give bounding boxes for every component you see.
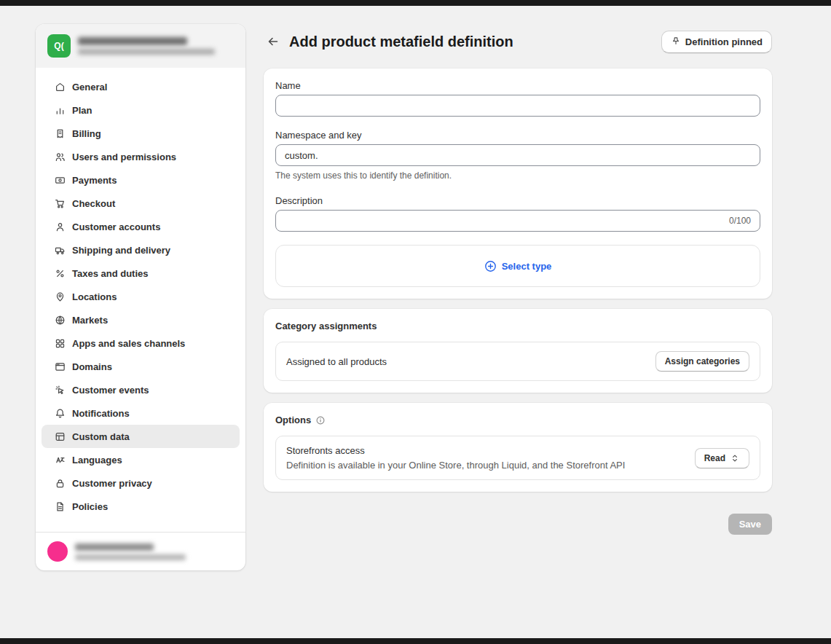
sidebar-item-shipping-and-delivery[interactable]: Shipping and delivery — [42, 238, 240, 262]
store-icon — [55, 82, 66, 93]
sidebar-item-policies[interactable]: Policies — [42, 495, 240, 518]
pushpin-icon — [671, 36, 681, 47]
bell-icon — [55, 408, 66, 419]
options-card: Options Storefronts access Definition is… — [264, 403, 772, 492]
grid-icon — [55, 338, 66, 349]
sidebar-item-customer-accounts[interactable]: Customer accounts — [42, 215, 240, 238]
namespace-help-text: The system uses this to identify the def… — [275, 170, 760, 181]
name-label: Name — [275, 80, 760, 91]
translate-icon — [55, 455, 66, 466]
sidebar-item-customer-privacy[interactable]: Customer privacy — [42, 471, 240, 495]
definition-form-card: Name Namespace and key The system uses t… — [264, 68, 772, 299]
sidebar-item-label: Domains — [72, 361, 112, 372]
page-title: Add product metafield definition — [289, 34, 661, 50]
back-button[interactable] — [264, 32, 283, 51]
sidebar-item-label: Checkout — [72, 198, 115, 209]
page-header: Add product metafield definition Definit… — [264, 31, 772, 52]
sidebar-item-label: Apps and sales channels — [72, 338, 185, 349]
browser-window-icon — [55, 361, 66, 372]
sidebar-item-label: Notifications — [72, 408, 130, 419]
cart-icon — [55, 198, 66, 209]
options-title: Options — [275, 415, 311, 425]
sidebar-item-users-and-permissions[interactable]: Users and permissions — [42, 145, 240, 168]
plan-icon — [55, 105, 66, 116]
settings-nav-list: General Plan Billing Users and permissio… — [36, 68, 245, 532]
category-assignments-card: Category assignments Assigned to all pro… — [264, 309, 772, 393]
assign-categories-button[interactable]: Assign categories — [655, 351, 749, 372]
sidebar-item-languages[interactable]: Languages — [42, 448, 240, 471]
person-icon — [55, 221, 66, 232]
definition-pinned-button[interactable]: Definition pinned — [661, 31, 772, 53]
up-down-chevrons-icon — [730, 453, 740, 463]
assigned-to-text: Assigned to all products — [286, 356, 387, 367]
select-type-button[interactable]: Select type — [275, 245, 760, 287]
main-content: Add product metafield definition Definit… — [264, 31, 772, 535]
bottom-chrome-bar — [0, 638, 831, 644]
sidebar-item-label: Shipping and delivery — [72, 245, 170, 256]
user-footer[interactable] — [36, 532, 245, 570]
payments-icon — [55, 175, 66, 186]
sidebar-item-label: Plan — [72, 105, 92, 116]
storefronts-access-description: Definition is available in your Online S… — [286, 460, 686, 471]
sidebar-item-billing[interactable]: Billing — [42, 122, 240, 145]
sidebar-item-label: Customer accounts — [72, 221, 160, 232]
sidebar-item-label: Taxes and duties — [72, 268, 149, 279]
sidebar-item-apps-and-sales-channels[interactable]: Apps and sales channels — [42, 331, 240, 355]
sidebar-item-label: Locations — [72, 291, 117, 302]
description-char-counter: 0/100 — [729, 216, 751, 226]
top-chrome-bar — [0, 0, 831, 6]
sidebar-item-general[interactable]: General — [42, 75, 240, 98]
arrow-left-icon — [267, 35, 280, 48]
save-row: Save — [264, 514, 772, 535]
save-button[interactable]: Save — [728, 514, 772, 535]
store-avatar: Q( — [47, 34, 71, 58]
sidebar-item-payments[interactable]: Payments — [42, 168, 240, 192]
store-header[interactable]: Q( — [36, 24, 245, 68]
receipt-icon — [55, 128, 66, 139]
document-icon — [55, 501, 66, 512]
custom-data-icon — [55, 431, 66, 442]
storefronts-access-select[interactable]: Read — [695, 448, 749, 468]
percent-icon — [55, 268, 66, 279]
name-input[interactable] — [275, 95, 760, 117]
sidebar-item-label: Customer events — [72, 385, 149, 396]
sidebar-item-label: Users and permissions — [72, 152, 176, 162]
plus-circle-icon — [484, 260, 497, 272]
user-avatar — [47, 541, 68, 562]
sidebar-item-locations[interactable]: Locations — [42, 285, 240, 308]
category-assignment-row: Assigned to all products Assign categori… — [275, 342, 760, 381]
select-type-label: Select type — [502, 261, 552, 272]
sidebar-item-label: General — [72, 82, 107, 93]
sidebar-item-notifications[interactable]: Notifications — [42, 401, 240, 425]
sidebar-item-taxes-and-duties[interactable]: Taxes and duties — [42, 262, 240, 285]
description-label: Description — [275, 195, 760, 206]
description-input[interactable] — [276, 211, 729, 231]
sidebar-item-label: Languages — [72, 455, 122, 466]
sidebar-item-checkout[interactable]: Checkout — [42, 192, 240, 215]
users-icon — [55, 152, 66, 162]
sidebar-item-plan[interactable]: Plan — [42, 98, 240, 122]
namespace-label: Namespace and key — [275, 130, 760, 141]
map-pin-icon — [55, 291, 66, 302]
settings-sidebar: Q( General Plan Billing Users and permis… — [36, 24, 245, 570]
info-circle-icon[interactable] — [315, 415, 326, 425]
redacted-store-url — [78, 49, 215, 55]
sidebar-item-label: Billing — [72, 128, 101, 139]
storefronts-access-row: Storefronts access Definition is availab… — [275, 436, 760, 480]
storefronts-access-value: Read — [704, 453, 725, 463]
description-field: 0/100 — [275, 210, 760, 232]
sidebar-item-domains[interactable]: Domains — [42, 355, 240, 378]
truck-icon — [55, 245, 66, 256]
sidebar-item-label: Payments — [72, 175, 117, 186]
namespace-and-key-input[interactable] — [275, 144, 760, 166]
sidebar-item-custom-data[interactable]: Custom data — [42, 425, 240, 448]
sidebar-item-label: Customer privacy — [72, 478, 152, 489]
redacted-store-name — [78, 37, 187, 45]
redacted-user-name — [75, 543, 154, 551]
sidebar-item-label: Policies — [72, 501, 108, 512]
definition-pinned-label: Definition pinned — [685, 36, 763, 47]
lock-icon — [55, 478, 66, 489]
sidebar-item-label: Markets — [72, 315, 108, 326]
sidebar-item-customer-events[interactable]: Customer events — [42, 378, 240, 401]
sidebar-item-markets[interactable]: Markets — [42, 308, 240, 331]
